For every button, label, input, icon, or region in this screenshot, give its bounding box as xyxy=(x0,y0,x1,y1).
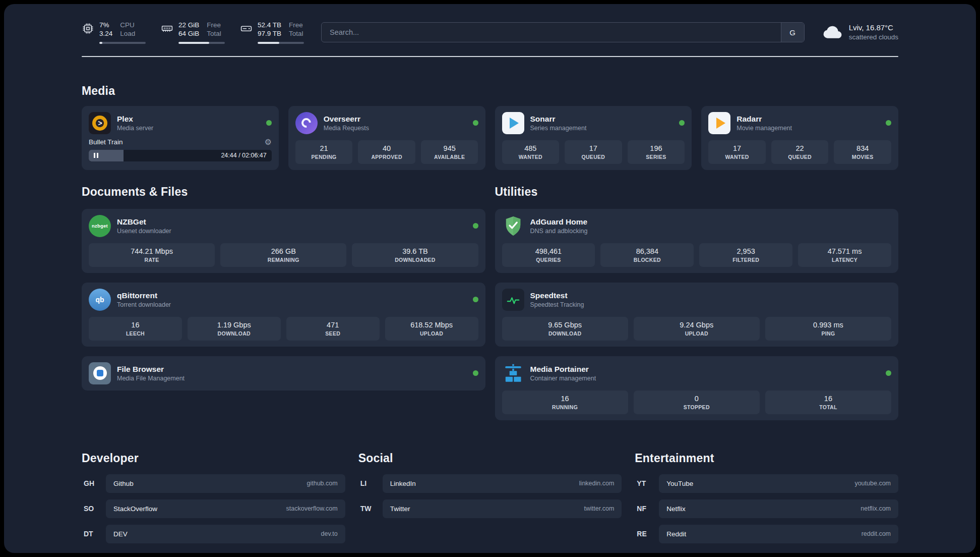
bookmark-abbr: GH xyxy=(82,479,106,487)
cpu-load-value: 3.24 xyxy=(99,30,112,38)
app-subtitle: Usenet downloader xyxy=(117,227,171,235)
stat-label: WANTED xyxy=(504,153,558,161)
bookmark-twitter[interactable]: Twitter twitter.com xyxy=(383,499,622,518)
app-card-speedtest[interactable]: Speedtest Speedtest Tracking 9.65 Gbps D… xyxy=(495,283,899,347)
section-title-social: Social xyxy=(358,452,622,465)
stat: 9.65 Gbps DOWNLOAD xyxy=(502,317,628,341)
section-social: Social LI LinkedIn linkedin.com TW Twitt… xyxy=(358,452,622,543)
playback-progress-bar[interactable]: 24:44 / 02:06:47 xyxy=(89,150,272,161)
stat-value: 39.6 TB xyxy=(354,246,476,256)
stat-label: RATE xyxy=(91,256,213,264)
nzbget-icon: nzbget xyxy=(89,215,111,237)
app-subtitle: Torrent downloader xyxy=(117,301,171,309)
app-card-plex[interactable]: > Plex Media server Bullet Train ⚙ xyxy=(82,106,279,170)
stat-label: SEED xyxy=(288,330,378,338)
stat-value: 498,461 xyxy=(504,246,593,256)
stat-label: TOTAL xyxy=(767,404,889,411)
app-subtitle: Container management xyxy=(530,374,596,382)
cpu-label: CPU xyxy=(120,21,135,30)
app-card-filebrowser[interactable]: File Browser Media File Management xyxy=(82,356,485,391)
app-subtitle: DNS and adblocking xyxy=(530,227,588,235)
app-card-nzbget[interactable]: nzbget NZBGet Usenet downloader 744.21 M… xyxy=(82,209,485,273)
stat-value: 9.24 Gbps xyxy=(636,320,758,330)
stat-value: 16 xyxy=(91,320,180,330)
bookmark-dev[interactable]: DEV dev.to xyxy=(106,525,345,543)
app-card-portainer[interactable]: Media Portainer Container management 16 … xyxy=(495,356,899,420)
stat: 17 QUEUED xyxy=(565,140,622,164)
search-input[interactable] xyxy=(322,23,781,42)
app-card-radarr[interactable]: Radarr Movie management 17 WANTED 22 QUE… xyxy=(701,106,898,170)
bookmark-stackoverflow[interactable]: StackOverflow stackoverflow.com xyxy=(106,499,345,518)
status-dot xyxy=(473,223,478,229)
stat-value: 86,384 xyxy=(602,246,692,256)
weather-location-temp: Lviv, 16.87°C xyxy=(849,23,898,33)
stat: 485 WANTED xyxy=(502,140,560,164)
bookmark-linkedin[interactable]: LinkedIn linkedin.com xyxy=(383,474,622,493)
app-name: Media Portainer xyxy=(530,364,596,374)
cpu-usage-value: 7% xyxy=(99,21,112,30)
stat-value: 47.571 ms xyxy=(800,246,889,256)
stat-label: BLOCKED xyxy=(602,256,692,264)
stat-label: REMAINING xyxy=(222,256,344,264)
stat-label: LATENCY xyxy=(800,256,889,264)
bookmark-url: netflix.com xyxy=(861,505,891,512)
gear-icon[interactable]: ⚙ xyxy=(264,138,271,146)
stat-label: APPROVED xyxy=(360,153,413,161)
disk-metric: 52.4 TB 97.9 TB Free Total xyxy=(240,21,304,44)
stat-label: QUEUED xyxy=(773,153,827,161)
stat-value: 945 xyxy=(423,143,476,153)
stat: 17 WANTED xyxy=(708,140,766,164)
bookmark-row-linkedin: LI LinkedIn linkedin.com xyxy=(358,474,622,493)
bookmark-youtube[interactable]: YouTube youtube.com xyxy=(659,474,898,493)
app-card-overseerr[interactable]: Overseerr Media Requests 21 PENDING 40 A… xyxy=(288,106,485,170)
section-title-media: Media xyxy=(82,84,898,98)
stat-value: 266 GB xyxy=(222,246,344,256)
ram-metric: 22 GiB 64 GiB Free Total xyxy=(161,21,225,44)
stat-value: 16 xyxy=(504,394,626,404)
stat-label: QUERIES xyxy=(504,256,593,264)
cpu-load-label: Load xyxy=(120,30,135,38)
bookmark-url: dev.to xyxy=(321,530,338,537)
bookmark-abbr: NF xyxy=(635,505,659,513)
nzbget-icon-text: nzbget xyxy=(92,223,108,229)
app-subtitle: Media File Management xyxy=(117,374,185,382)
stat-label: UPLOAD xyxy=(387,330,476,338)
stat: 498,461 QUERIES xyxy=(502,243,595,267)
bookmark-name: Twitter xyxy=(390,505,410,513)
bookmark-name: Reddit xyxy=(666,530,686,538)
weather-widget: Lviv, 16.87°C scattered clouds xyxy=(822,23,898,42)
bookmark-url: reddit.com xyxy=(862,530,891,537)
bookmark-reddit[interactable]: Reddit reddit.com xyxy=(659,525,898,543)
section-title-utilities: Utilities xyxy=(495,185,899,199)
app-subtitle: Media server xyxy=(117,124,153,132)
disk-icon xyxy=(240,22,253,44)
app-name: qBittorrent xyxy=(117,291,171,301)
bookmark-netflix[interactable]: Netflix netflix.com xyxy=(659,499,898,518)
radarr-icon xyxy=(708,112,730,134)
disk-total-label: Total xyxy=(289,30,303,38)
stat-label: FILTERED xyxy=(701,256,790,264)
qbittorrent-icon: qb xyxy=(89,289,111,311)
app-name: Radarr xyxy=(737,114,792,124)
status-dot xyxy=(679,120,685,126)
stat-value: 618.52 Mbps xyxy=(387,320,476,330)
stat: 196 SERIES xyxy=(628,140,685,164)
stat-value: 834 xyxy=(836,143,889,153)
stat: 834 MOVIES xyxy=(834,140,891,164)
app-subtitle: Media Requests xyxy=(324,124,369,132)
stat-label: MOVIES xyxy=(836,153,889,161)
app-card-adguard[interactable]: AdGuard Home DNS and adblocking 498,461 … xyxy=(495,209,899,273)
pause-icon[interactable] xyxy=(89,153,103,158)
stat-label: LEECH xyxy=(91,330,180,338)
stat: 22 QUEUED xyxy=(771,140,829,164)
app-name: Speedtest xyxy=(530,291,584,301)
app-card-sonarr[interactable]: Sonarr Series management 485 WANTED 17 Q… xyxy=(495,106,692,170)
now-playing-title: Bullet Train xyxy=(89,138,123,146)
plex-now-playing: Bullet Train ⚙ 24:44 / 02:06:47 xyxy=(89,138,272,161)
bookmark-abbr: LI xyxy=(358,479,383,487)
bookmark-github[interactable]: Github github.com xyxy=(106,474,345,493)
bookmark-name: LinkedIn xyxy=(390,480,416,487)
search-engine-button[interactable]: G xyxy=(781,23,804,42)
app-card-qbittorrent[interactable]: qb qBittorrent Torrent downloader 16 LEE… xyxy=(82,283,485,347)
stat: 945 AVAILABLE xyxy=(421,140,478,164)
